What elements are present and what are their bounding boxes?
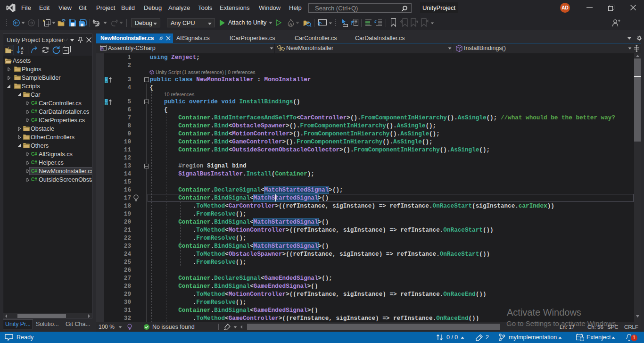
svg-text:A: A — [21, 46, 24, 50]
